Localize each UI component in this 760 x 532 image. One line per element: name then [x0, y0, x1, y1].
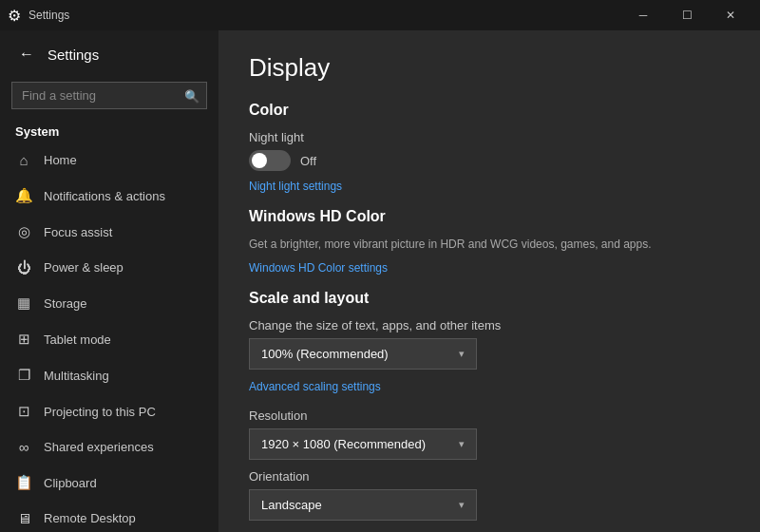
remote-icon: 🖥	[15, 510, 32, 526]
restore-button[interactable]: ☐	[665, 0, 709, 30]
sidebar-item-label-clipboard: Clipboard	[44, 476, 97, 490]
titlebar-title: Settings	[28, 9, 69, 22]
sidebar: ← Settings 🔍 System ⌂ Home 🔔 Notificatio…	[0, 30, 218, 532]
back-button[interactable]: ←	[15, 42, 38, 66]
resolution-dropdown-value: 1920 × 1080 (Recommended)	[261, 437, 426, 451]
sidebar-item-shared[interactable]: ∞ Shared experiences	[0, 429, 218, 465]
resolution-label: Resolution	[249, 408, 730, 423]
main-content: Display Color Night light Off Night ligh…	[218, 30, 760, 532]
scale-label: Change the size of text, apps, and other…	[249, 318, 730, 332]
hd-color-settings-link[interactable]: Windows HD Color settings	[249, 261, 388, 275]
sidebar-item-label-power: Power & sleep	[44, 260, 124, 275]
system-section-label: System	[0, 117, 218, 142]
orientation-dropdown[interactable]: Landscape ▾	[249, 489, 477, 521]
scale-dropdown-value: 100% (Recommended)	[261, 347, 389, 361]
night-light-toggle[interactable]	[249, 150, 291, 171]
sidebar-item-multitasking[interactable]: ❐ Multitasking	[0, 357, 218, 393]
sidebar-item-label-tablet: Tablet mode	[44, 332, 111, 347]
night-light-toggle-row: Off	[249, 150, 730, 171]
search-box: 🔍	[11, 82, 207, 109]
sidebar-item-label-projecting: Projecting to this PC	[44, 405, 156, 419]
night-light-label: Night light	[249, 130, 730, 144]
resolution-dropdown[interactable]: 1920 × 1080 (Recommended) ▾	[249, 428, 477, 460]
sidebar-item-notifications[interactable]: 🔔 Notifications & actions	[0, 178, 218, 214]
hd-color-description: Get a brighter, more vibrant picture in …	[249, 237, 730, 253]
sidebar-item-storage[interactable]: ▦ Storage	[0, 285, 218, 321]
sidebar-item-label-storage: Storage	[44, 296, 87, 311]
sidebar-item-tablet[interactable]: ⊞ Tablet mode	[0, 321, 218, 357]
notifications-icon: 🔔	[15, 187, 32, 204]
night-light-settings-link[interactable]: Night light settings	[249, 180, 342, 193]
sidebar-item-focus[interactable]: ◎ Focus assist	[0, 214, 218, 250]
sidebar-item-label-shared: Shared experiences	[44, 440, 154, 454]
toggle-thumb	[252, 153, 267, 168]
tablet-icon: ⊞	[15, 331, 32, 348]
scale-dropdown-arrow: ▾	[459, 348, 465, 360]
sidebar-item-label-home: Home	[44, 153, 77, 167]
multitasking-icon: ❐	[15, 367, 32, 384]
sidebar-header: ← Settings	[0, 30, 218, 78]
sidebar-item-home[interactable]: ⌂ Home	[0, 142, 218, 178]
hd-color-heading: Windows HD Color	[249, 208, 730, 225]
search-input[interactable]	[11, 82, 207, 109]
clipboard-icon: 📋	[15, 474, 32, 491]
resolution-dropdown-arrow: ▾	[459, 438, 465, 450]
sidebar-title: Settings	[48, 47, 99, 63]
titlebar: ⚙ Settings ─ ☐ ✕	[0, 0, 760, 30]
titlebar-controls: ─ ☐ ✕	[621, 0, 752, 30]
sidebar-item-label-notifications: Notifications & actions	[44, 189, 165, 203]
sidebar-item-remote[interactable]: 🖥 Remote Desktop	[0, 501, 218, 532]
home-icon: ⌂	[15, 152, 32, 168]
night-light-state: Off	[300, 154, 316, 168]
settings-icon: ⚙	[8, 7, 21, 25]
sidebar-item-projecting[interactable]: ⊡ Projecting to this PC	[0, 393, 218, 429]
power-icon: ⏻	[15, 259, 32, 276]
color-heading: Color	[249, 102, 730, 119]
orientation-label: Orientation	[249, 469, 730, 484]
scale-dropdown[interactable]: 100% (Recommended) ▾	[249, 338, 477, 370]
titlebar-left: ⚙ Settings	[8, 7, 69, 25]
orientation-dropdown-value: Landscape	[261, 498, 322, 512]
close-button[interactable]: ✕	[709, 0, 752, 30]
storage-icon: ▦	[15, 294, 32, 312]
advanced-scaling-link[interactable]: Advanced scaling settings	[249, 380, 381, 393]
page-title: Display	[249, 53, 730, 83]
sidebar-item-label-multitasking: Multitasking	[44, 369, 109, 383]
orientation-dropdown-arrow: ▾	[459, 499, 465, 511]
sidebar-item-power[interactable]: ⏻ Power & sleep	[0, 250, 218, 285]
focus-icon: ◎	[15, 223, 32, 240]
scale-heading: Scale and layout	[249, 290, 730, 307]
sidebar-item-label-focus: Focus assist	[44, 225, 112, 239]
shared-icon: ∞	[15, 439, 32, 455]
app-container: ← Settings 🔍 System ⌂ Home 🔔 Notificatio…	[0, 30, 760, 532]
sidebar-item-label-remote: Remote Desktop	[44, 511, 136, 525]
minimize-button[interactable]: ─	[621, 0, 665, 30]
projecting-icon: ⊡	[15, 403, 32, 420]
sidebar-item-clipboard[interactable]: 📋 Clipboard	[0, 465, 218, 501]
search-icon: 🔍	[184, 88, 200, 103]
